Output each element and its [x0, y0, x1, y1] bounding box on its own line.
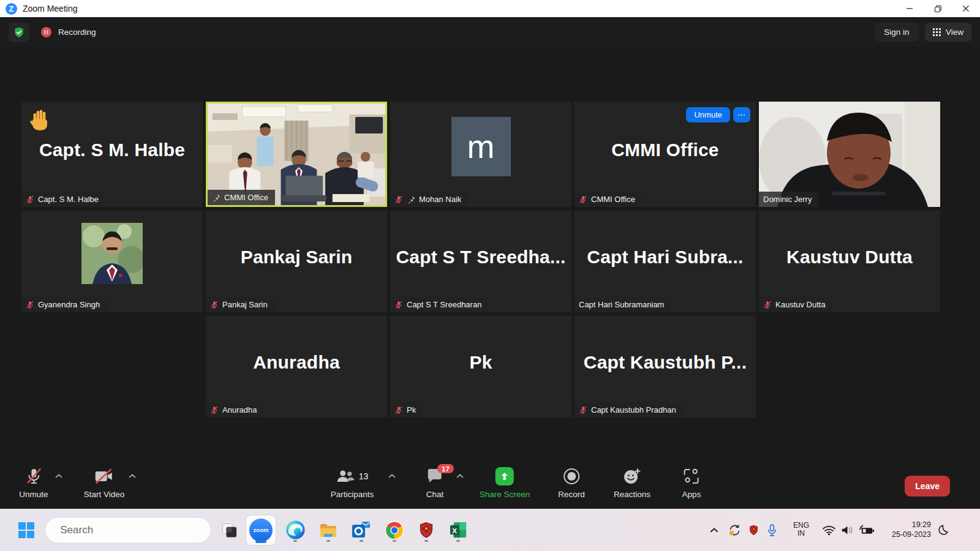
participant-tile-cmmi-office[interactable]: Unmute ⋯ CMMI Office CMMI Office: [575, 102, 756, 207]
participant-tile-mohan-naik[interactable]: m Mohan Naik: [390, 102, 571, 207]
mic-options-chevron-icon[interactable]: [55, 474, 62, 478]
tray-time: 19:29: [912, 520, 931, 530]
edge-icon: [285, 520, 306, 540]
tray-battery-icon[interactable]: [858, 525, 876, 536]
video-grid: Capt. S M. Halbe Capt. S M. Halbe: [21, 102, 940, 418]
participant-label: Mohan Naik: [390, 192, 468, 207]
start-video-button[interactable]: Start Video: [84, 467, 125, 499]
participant-tile-capt-s-t-sreedharan[interactable]: Capt S T Sreedha... Capt S T Sreedharan: [390, 211, 571, 312]
pin-icon: [212, 193, 221, 202]
participants-button[interactable]: 13 Participants: [331, 467, 374, 499]
participant-tile-capt-s-m-halbe[interactable]: Capt. S M. Halbe Capt. S M. Halbe: [21, 102, 203, 207]
chat-unread-badge: 17: [437, 464, 454, 473]
participant-label: Pk: [390, 402, 423, 418]
video-options-chevron-icon[interactable]: [129, 474, 136, 478]
sign-in-button[interactable]: Sign in: [875, 23, 918, 42]
start-button[interactable]: [17, 522, 36, 538]
avatar: m: [451, 117, 511, 176]
participant-label: Capt S T Sreedharan: [390, 297, 488, 312]
participant-label: CMMI Office: [208, 190, 275, 205]
tray-expand-chevron-icon[interactable]: [709, 528, 719, 533]
apps-button[interactable]: Apps: [682, 467, 701, 499]
record-button[interactable]: Record: [558, 467, 585, 499]
tray-wifi-icon[interactable]: [821, 525, 837, 536]
participant-label: Pankaj Sarin: [206, 297, 274, 312]
restore-button[interactable]: [924, 0, 952, 17]
mic-muted-icon: [579, 406, 587, 414]
tray-microphone-icon[interactable]: [764, 523, 779, 536]
taskbar-app-outlook[interactable]: [347, 515, 376, 545]
reactions-button[interactable]: Reactions: [614, 467, 650, 499]
outlook-icon: [351, 520, 372, 540]
recording-indicator-icon[interactable]: [40, 26, 52, 38]
participant-tile-gyanendra-singh[interactable]: Gyanendra Singh: [21, 211, 203, 312]
participant-label: Capt. S M. Halbe: [21, 192, 105, 207]
tray-clock[interactable]: 19:29 25-09-2023: [886, 520, 931, 541]
participant-tile-pankaj-sarin[interactable]: Pankaj Sarin Pankaj Sarin: [206, 211, 387, 312]
participant-tile-pk[interactable]: Pk Pk: [390, 316, 571, 418]
window-title: Zoom Meeting: [23, 4, 77, 13]
mic-muted-icon: [394, 195, 403, 204]
close-button[interactable]: [952, 0, 980, 17]
taskbar-app-file-explorer[interactable]: [314, 515, 343, 545]
taskbar-app-zoom[interactable]: zoom: [246, 515, 276, 545]
participant-label: Capt Hari Subramaniam: [575, 297, 671, 312]
participant-label: Gyanendra Singh: [21, 297, 107, 312]
search-input[interactable]: [60, 524, 195, 536]
taskbar-app-excel[interactable]: X: [443, 515, 473, 545]
zoom-app-icon: zoom: [249, 519, 273, 542]
excel-icon: X: [449, 520, 468, 539]
mic-muted-icon: [763, 301, 772, 309]
unmute-button[interactable]: Unmute: [19, 467, 48, 499]
share-screen-button[interactable]: Share Screen: [480, 467, 530, 499]
minimize-button[interactable]: [895, 0, 924, 17]
task-view-button[interactable]: [218, 522, 239, 539]
chat-chevron-icon[interactable]: [456, 474, 464, 478]
shield-check-icon: [13, 26, 25, 39]
participant-display-name: Capt. S M. Halbe: [21, 102, 203, 198]
taskbar-app-chrome[interactable]: [380, 515, 409, 545]
participants-count: 13: [359, 471, 369, 481]
chrome-icon: [385, 520, 404, 540]
meeting-toolbar: Unmute Start Video: [0, 461, 980, 509]
leave-button[interactable]: Leave: [905, 476, 950, 497]
participant-tile-dominic-jerry[interactable]: Dominic Jerry: [759, 102, 940, 207]
mic-muted-icon: [579, 195, 587, 204]
taskbar-app-edge[interactable]: [281, 515, 310, 545]
participant-display-name: CMMI Office: [575, 102, 756, 198]
share-screen-icon: [496, 467, 514, 485]
tray-volume-icon[interactable]: [840, 525, 856, 536]
recording-label: Recording: [58, 28, 96, 37]
participant-tile-kaustuv-dutta[interactable]: Kaustuv Dutta Kaustuv Dutta: [759, 211, 940, 312]
zoom-meeting-window: Z Zoom Meeting: [0, 0, 980, 551]
video-off-icon: [94, 468, 114, 484]
mic-off-icon: [25, 467, 42, 485]
participant-tile-cmmi-office-video[interactable]: CMMI Office: [206, 102, 387, 207]
search-icon: [53, 524, 54, 536]
tray-language-indicator[interactable]: ENG IN: [789, 522, 813, 539]
tray-focus-assist-icon[interactable]: [936, 524, 951, 536]
tray-sync-icon[interactable]: [726, 523, 742, 537]
search-highlight-food-icon: [202, 523, 203, 538]
participant-tile-anuradha[interactable]: Anuradha Anuradha: [206, 316, 387, 418]
meeting-topbar: Recording Sign in View: [0, 17, 980, 47]
meeting-stage: Capt. S M. Halbe Capt. S M. Halbe: [0, 47, 980, 509]
mic-muted-icon: [26, 195, 34, 204]
mic-muted-icon: [210, 406, 219, 414]
pin-icon: [407, 195, 415, 204]
antivirus-shield-icon: [417, 520, 435, 540]
participant-tile-capt-hari-subramaniam[interactable]: Capt Hari Subra... Capt Hari Subramaniam: [575, 211, 756, 312]
participant-label: Kaustuv Dutta: [759, 297, 832, 312]
mic-muted-icon: [394, 301, 403, 309]
meeting-security-button[interactable]: [9, 23, 29, 42]
windows-start-icon: [18, 522, 34, 538]
participant-label: Anuradha: [206, 402, 263, 418]
taskbar-app-antivirus[interactable]: [412, 515, 441, 545]
participants-chevron-icon[interactable]: [388, 474, 396, 478]
view-button[interactable]: View: [925, 23, 971, 42]
taskbar-search[interactable]: [45, 517, 211, 543]
view-grid-icon: [933, 28, 941, 36]
tray-antivirus-icon[interactable]: [746, 523, 761, 536]
participant-tile-capt-kaustubh-pradhan[interactable]: Capt Kaustubh P... Capt Kaustubh Pradhan: [575, 316, 756, 418]
task-view-icon: [220, 522, 237, 539]
